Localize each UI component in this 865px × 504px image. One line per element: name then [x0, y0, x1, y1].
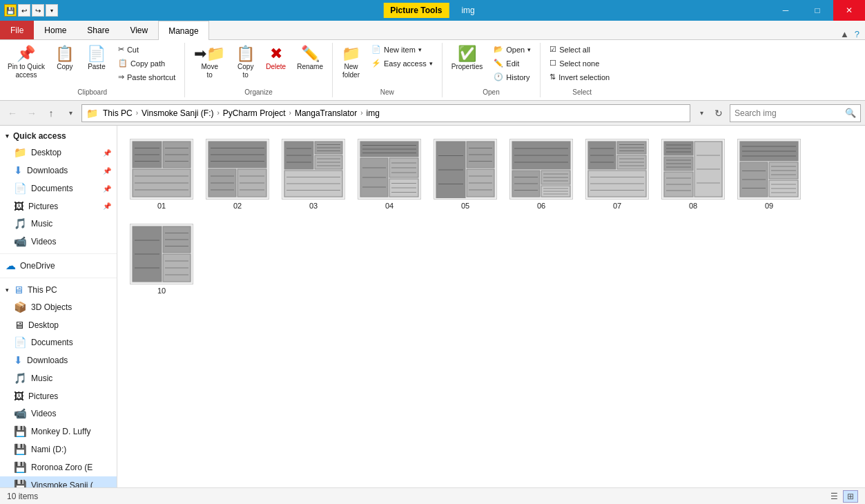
- sidebar-item-pictures[interactable]: 🖼 Pictures 📌: [0, 197, 117, 215]
- desktop-icon: 📁: [14, 146, 27, 159]
- delete-button[interactable]: ✖ Delete: [261, 43, 291, 75]
- sanji-drive-label: Vinsmoke Sanji (: [31, 481, 93, 487]
- thispc-icon: 🖥: [13, 284, 23, 295]
- redo-quick-icon[interactable]: ↪: [32, 4, 44, 17]
- sidebar-item-music2[interactable]: 🎵 Music: [0, 369, 117, 387]
- sidebar-item-drive-nami[interactable]: 💾 Nami (D:): [0, 440, 117, 458]
- new-item-button[interactable]: 📄 New item ▾: [367, 43, 438, 56]
- easy-access-dropdown[interactable]: ▾: [429, 60, 433, 67]
- copy-path-button[interactable]: 📋 Copy path: [113, 57, 180, 70]
- path-segment-pycharm[interactable]: PyCharm Project: [220, 107, 289, 119]
- select-all-button[interactable]: ☑ Select all: [545, 43, 614, 56]
- pin-to-quick-access-button[interactable]: 📌 Pin to Quick access: [4, 43, 48, 83]
- back-button[interactable]: ←: [4, 105, 21, 122]
- thumbnail-label-10: 10: [157, 287, 166, 295]
- sidebar-item-documents2[interactable]: 📄 Documents: [0, 333, 117, 351]
- thumbnail-item-07[interactable]: 07: [583, 135, 652, 213]
- details-view-button[interactable]: ☰: [826, 490, 842, 503]
- large-icons-view-button[interactable]: ⊞: [843, 490, 858, 503]
- downloads2-icon: ⬇: [14, 354, 23, 367]
- thumbnail-item-08[interactable]: 08: [659, 135, 728, 213]
- sidebar-item-onedrive[interactable]: ☁ OneDrive: [0, 257, 117, 275]
- thumbnail-label-05: 05: [461, 202, 469, 210]
- sidebar-item-desktop[interactable]: 📁 Desktop 📌: [0, 144, 117, 162]
- invert-selection-button[interactable]: ⇅ Invert selection: [545, 70, 614, 84]
- music-label: Music: [31, 219, 52, 229]
- open-dropdown[interactable]: ▾: [527, 46, 531, 53]
- new-folder-button[interactable]: 📁 New folder: [337, 43, 365, 83]
- path-segment-img[interactable]: img: [364, 107, 382, 119]
- sidebar-item-desktop2[interactable]: 🖥 Desktop: [0, 316, 117, 333]
- recent-locations-button[interactable]: ▾: [62, 105, 79, 122]
- search-input[interactable]: [735, 108, 842, 118]
- undo-quick-icon[interactable]: ↩: [18, 4, 30, 17]
- quick-access-dropdown[interactable]: ▾: [46, 4, 58, 17]
- sidebar-item-drive-luffy[interactable]: 💾 Monkey D. Luffy: [0, 423, 117, 440]
- tab-view[interactable]: View: [119, 20, 158, 39]
- thumbnail-label-07: 07: [613, 202, 621, 210]
- history-button[interactable]: 🕐 History: [489, 70, 536, 84]
- sidebar-item-videos2[interactable]: 📹 Videos: [0, 405, 117, 423]
- forward-button[interactable]: →: [23, 105, 40, 122]
- address-refresh-button[interactable]: ↻: [710, 105, 727, 122]
- thumbnail-item-01[interactable]: 01: [127, 135, 196, 213]
- sidebar-item-drive-sanji[interactable]: 💾 Vinsmoke Sanji (: [0, 476, 117, 487]
- move-to-button[interactable]: ➡📁 Move to: [189, 43, 230, 83]
- sidebar-item-videos[interactable]: 📹 Videos: [0, 233, 117, 251]
- copy-button[interactable]: 📋 Copy: [50, 43, 80, 75]
- path-segment-thispc[interactable]: This PC: [100, 107, 135, 119]
- minimize-button[interactable]: ─: [770, 0, 801, 21]
- thumbnail-item-03[interactable]: 03: [279, 135, 348, 213]
- sidebar-item-downloads[interactable]: ⬇ Downloads 📌: [0, 162, 117, 180]
- ribbon-collapse-icon[interactable]: ▲: [840, 29, 849, 39]
- tab-file[interactable]: File: [0, 20, 34, 39]
- new-item-label: New item: [384, 46, 416, 54]
- tab-home[interactable]: Home: [34, 20, 77, 39]
- sidebar-item-3dobjects[interactable]: 📦 3D Objects: [0, 298, 117, 316]
- pin-indicator: 📌: [103, 149, 111, 157]
- ribbon-help-icon[interactable]: ?: [855, 29, 859, 39]
- up-button[interactable]: ↑: [43, 105, 59, 122]
- new-item-dropdown[interactable]: ▾: [418, 46, 422, 53]
- music2-icon: 🎵: [14, 372, 27, 385]
- cut-button[interactable]: ✂ Cut: [113, 43, 180, 56]
- select-none-button[interactable]: ☐ Select none: [545, 57, 614, 70]
- search-box[interactable]: 🔍: [730, 104, 861, 122]
- open-button[interactable]: 📂 Open ▾: [489, 43, 536, 56]
- tab-manage[interactable]: Manage: [158, 21, 208, 40]
- edit-button[interactable]: ✏️ Edit: [489, 57, 536, 70]
- properties-button[interactable]: ✅ Properties: [447, 43, 488, 75]
- path-segment-sanji[interactable]: Vinsmoke Sanji (F:): [139, 107, 216, 119]
- thumbnail-item-09[interactable]: 09: [735, 135, 804, 213]
- thumbnail-item-02[interactable]: 02: [203, 135, 272, 213]
- paste-shortcut-button[interactable]: ⇒ Paste shortcut: [113, 70, 180, 84]
- rename-button[interactable]: ✏️ Rename: [292, 43, 328, 75]
- sidebar-item-downloads2[interactable]: ⬇ Downloads: [0, 351, 117, 369]
- sidebar-item-pictures2[interactable]: 🖼 Pictures: [0, 387, 117, 405]
- pin-label: Pin to Quick access: [8, 63, 45, 79]
- history-icon: 🕐: [494, 72, 503, 81]
- sidebar-item-music[interactable]: 🎵 Music: [0, 215, 117, 233]
- close-button[interactable]: ✕: [833, 0, 865, 21]
- sidebar-quick-access-header[interactable]: ▾ Quick access: [0, 126, 117, 144]
- select-none-label: Select none: [559, 59, 599, 68]
- maximize-button[interactable]: □: [801, 0, 833, 21]
- tab-share[interactable]: Share: [77, 20, 119, 39]
- address-dropdown-button[interactable]: ▾: [693, 105, 710, 122]
- sidebar: ▾ Quick access 📁 Desktop 📌 ⬇ Downloads 📌…: [0, 126, 117, 487]
- sidebar-item-drive-zoro[interactable]: 💾 Roronoa Zoro (E: [0, 458, 117, 476]
- paste-button[interactable]: 📄 Paste: [81, 43, 112, 75]
- search-icon[interactable]: 🔍: [845, 108, 856, 118]
- copy-to-button[interactable]: 📋 Copy to: [231, 43, 260, 83]
- address-path-bar[interactable]: 📁 This PC › Vinsmoke Sanji (F:) › PyChar…: [81, 104, 690, 122]
- thumbnail-item-10[interactable]: 10: [127, 220, 196, 298]
- thumbnail-item-04[interactable]: 04: [355, 135, 424, 213]
- path-segment-mangatranslator[interactable]: MangaTranslator: [292, 107, 360, 119]
- sidebar-item-thispc-header[interactable]: ▾ 🖥 This PC: [0, 281, 117, 298]
- save-quick-icon[interactable]: 💾: [4, 4, 17, 17]
- thumbnail-item-05[interactable]: 05: [431, 135, 500, 213]
- sidebar-item-documents[interactable]: 📄 Documents 📌: [0, 180, 117, 197]
- easy-access-button[interactable]: ⚡ Easy access ▾: [367, 57, 438, 70]
- thumbnail-item-06[interactable]: 06: [507, 135, 576, 213]
- paste-label: Paste: [88, 63, 106, 71]
